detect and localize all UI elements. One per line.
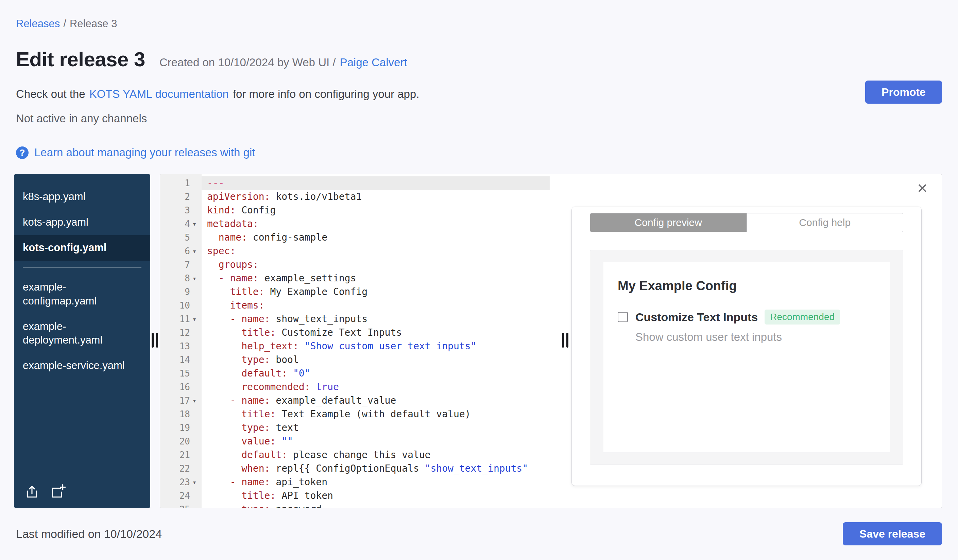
gutter-line-25: 25 bbox=[160, 503, 201, 508]
gutter-line-8: 8▾ bbox=[160, 272, 201, 285]
gutter-line-11: 11▾ bbox=[160, 312, 201, 326]
git-help-line: ? Learn about managing your releases wit… bbox=[16, 146, 255, 159]
code-line-20[interactable]: value: "" bbox=[201, 435, 550, 448]
code-line-15[interactable]: default: "0" bbox=[201, 367, 550, 380]
file-item-example-service.yaml[interactable]: example-service.yaml bbox=[14, 353, 150, 378]
code-line-1[interactable]: --- bbox=[201, 176, 550, 190]
code-line-21[interactable]: default: please change this value bbox=[201, 448, 550, 462]
code-line-24[interactable]: title: API token bbox=[201, 489, 550, 503]
gutter-line-17: 17▾ bbox=[160, 394, 201, 407]
gutter-line-6: 6▾ bbox=[160, 244, 201, 258]
header-row: Edit release 3 Created on 10/10/2024 by … bbox=[16, 47, 407, 71]
sidebar-resize-handle[interactable] bbox=[152, 333, 158, 348]
last-modified-text: Last modified on 10/10/2024 bbox=[16, 527, 162, 541]
code-line-16[interactable]: recommended: true bbox=[201, 380, 550, 394]
created-label: Created on 10/10/2024 by Web UI / bbox=[159, 56, 336, 69]
editor-panel: 1234▾56▾78▾91011▾121314151617▾1819202122… bbox=[160, 174, 942, 508]
config-item-row: Customize Text Inputs Recommended bbox=[618, 310, 876, 324]
code-line-9[interactable]: title: My Example Config bbox=[201, 285, 550, 299]
code-line-12[interactable]: title: Customize Text Inputs bbox=[201, 326, 550, 340]
fold-toggle-line-4[interactable]: ▾ bbox=[190, 217, 199, 231]
code-line-7[interactable]: groups: bbox=[201, 258, 550, 272]
gutter-line-12: 12 bbox=[160, 326, 201, 340]
fold-toggle-line-23[interactable]: ▾ bbox=[190, 475, 199, 489]
gutter-line-21: 21 bbox=[160, 448, 201, 462]
fold-toggle-line-6[interactable]: ▾ bbox=[190, 244, 199, 258]
breadcrumb: Releases/Release 3 bbox=[16, 18, 117, 30]
config-preview-region: × Config previewConfig help My Example C… bbox=[550, 174, 942, 508]
gutter-line-9: 9 bbox=[160, 285, 201, 299]
code-line-6[interactable]: spec: bbox=[201, 244, 550, 258]
author-link[interactable]: Paige Calvert bbox=[339, 56, 407, 69]
code-line-5[interactable]: name: config-sample bbox=[201, 231, 550, 244]
fold-toggle-line-17[interactable]: ▾ bbox=[190, 394, 199, 407]
file-item-label: kots-config.yaml bbox=[23, 241, 132, 255]
gutter-line-5: 5 bbox=[160, 231, 201, 244]
file-item-k8s-app.yaml[interactable]: k8s-app.yaml bbox=[14, 184, 150, 210]
gutter-line-24: 24 bbox=[160, 489, 201, 503]
code-line-17[interactable]: - name: example_default_value bbox=[201, 394, 550, 407]
breadcrumb-separator: / bbox=[63, 18, 66, 30]
git-releases-link[interactable]: Learn about managing your releases with … bbox=[34, 146, 255, 159]
config-card: My Example Config Customize Text Inputs … bbox=[603, 262, 890, 452]
page-title: Edit release 3 bbox=[16, 47, 145, 71]
file-item-example-deployment.yaml[interactable]: example-deployment.yaml bbox=[14, 314, 150, 353]
file-sidebar: k8s-app.yamlkots-app.yamlkots-config.yam… bbox=[14, 174, 150, 508]
gutter-line-1: 1 bbox=[160, 176, 201, 190]
code-line-2[interactable]: apiVersion: kots.io/v1beta1 bbox=[201, 190, 550, 204]
file-list-top: k8s-app.yamlkots-app.yamlkots-config.yam… bbox=[14, 184, 150, 261]
gutter-line-7: 7 bbox=[160, 258, 201, 272]
file-item-example-configmap.yaml[interactable]: example-configmap.yaml bbox=[14, 275, 150, 314]
preview-resize-handle[interactable] bbox=[562, 333, 568, 348]
new-file-icon[interactable] bbox=[50, 484, 66, 499]
gutter-line-22: 22 bbox=[160, 462, 201, 475]
code-line-22[interactable]: when: repl{{ ConfigOptionEquals "show_te… bbox=[201, 462, 550, 475]
kots-yaml-doc-link[interactable]: KOTS YAML documentation bbox=[89, 88, 229, 100]
code-line-14[interactable]: type: bool bbox=[201, 353, 550, 367]
close-icon[interactable]: × bbox=[917, 179, 928, 197]
doc-line: Check out theKOTS YAML documentationfor … bbox=[16, 88, 419, 101]
upload-file-icon[interactable] bbox=[24, 484, 40, 499]
code-line-19[interactable]: type: text bbox=[201, 421, 550, 435]
gutter-line-19: 19 bbox=[160, 421, 201, 435]
tab-config-preview[interactable]: Config preview bbox=[590, 214, 747, 232]
save-release-button[interactable]: Save release bbox=[843, 522, 942, 546]
code-line-10[interactable]: items: bbox=[201, 299, 550, 312]
code-line-3[interactable]: kind: Config bbox=[201, 204, 550, 217]
gutter-line-18: 18 bbox=[160, 407, 201, 421]
code-line-8[interactable]: - name: example_settings bbox=[201, 272, 550, 285]
gutter-line-16: 16 bbox=[160, 380, 201, 394]
file-list-bottom: example-configmap.yamlexample-deployment… bbox=[14, 275, 150, 379]
code-line-25[interactable]: type: password bbox=[201, 503, 550, 508]
gutter-line-20: 20 bbox=[160, 435, 201, 448]
code-line-11[interactable]: - name: show_text_inputs bbox=[201, 312, 550, 326]
tab-config-help[interactable]: Config help bbox=[747, 214, 903, 232]
code-line-23[interactable]: - name: api_token bbox=[201, 475, 550, 489]
config-help-text: Show custom user text inputs bbox=[635, 331, 876, 343]
promote-button[interactable]: Promote bbox=[865, 81, 942, 104]
file-item-kots-app.yaml[interactable]: kots-app.yaml bbox=[14, 210, 150, 235]
fold-toggle-line-11[interactable]: ▾ bbox=[190, 312, 199, 326]
file-item-kots-config.yaml[interactable]: kots-config.yaml bbox=[14, 235, 150, 261]
config-group-title: My Example Config bbox=[618, 278, 876, 293]
sidebar-divider bbox=[23, 267, 141, 268]
code-line-13[interactable]: help_text: "Show custom user text inputs… bbox=[201, 340, 550, 353]
file-item-label: example-service.yaml bbox=[23, 359, 132, 373]
breadcrumb-releases-link[interactable]: Releases bbox=[16, 18, 60, 30]
help-icon[interactable]: ? bbox=[16, 146, 29, 159]
channel-status: Not active in any channels bbox=[16, 112, 147, 125]
release-editor: k8s-app.yamlkots-app.yamlkots-config.yam… bbox=[14, 174, 942, 508]
gutter-line-15: 15 bbox=[160, 367, 201, 380]
code-editor[interactable]: ---apiVersion: kots.io/v1beta1kind: Conf… bbox=[201, 174, 550, 508]
gutter-line-13: 13 bbox=[160, 340, 201, 353]
preview-body: My Example Config Customize Text Inputs … bbox=[590, 250, 903, 465]
gutter-line-4: 4▾ bbox=[160, 217, 201, 231]
code-line-18[interactable]: title: Text Example (with default value) bbox=[201, 407, 550, 421]
file-item-label: kots-app.yaml bbox=[23, 215, 132, 229]
gutter-line-3: 3 bbox=[160, 204, 201, 217]
gutter-line-10: 10 bbox=[160, 299, 201, 312]
fold-toggle-line-8[interactable]: ▾ bbox=[190, 272, 199, 285]
code-line-4[interactable]: metadata: bbox=[201, 217, 550, 231]
customize-text-inputs-checkbox[interactable] bbox=[618, 312, 628, 322]
doc-suffix: for more info on configuring your app. bbox=[233, 88, 419, 100]
